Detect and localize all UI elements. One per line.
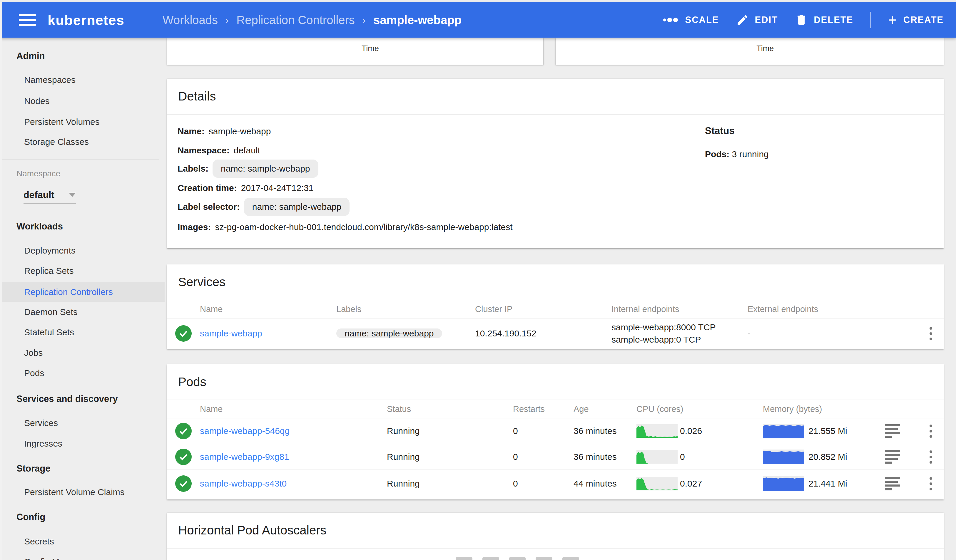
more-vert-icon[interactable]	[925, 325, 937, 342]
memory-sparkline	[763, 476, 804, 491]
nav-section-workloads: Workloads	[0, 218, 165, 235]
pod-memory-value: 21.441 Mi	[808, 478, 847, 489]
sidebar-item-replica-sets[interactable]: Replica Sets	[0, 263, 165, 279]
breadcrumb-workloads[interactable]: Workloads	[163, 14, 218, 27]
pod-table-row: sample-webapp-9xg81 Running 0 36 minutes…	[167, 444, 943, 470]
nav-section-config: Config	[0, 509, 165, 525]
more-vert-icon[interactable]	[925, 449, 937, 465]
status-ok-icon	[175, 449, 192, 465]
namespace-value: default	[24, 190, 54, 200]
column-header-cpu: CPU (cores)	[637, 404, 684, 414]
cpu-sparkline	[637, 424, 678, 438]
sidebar-item-persistent-volumes[interactable]: Persistent Volumes	[0, 114, 165, 130]
details-card: Details Name: sample-webapp Namespace: d…	[167, 79, 943, 248]
nav-section-services-discovery: Services and discovery	[0, 391, 165, 407]
column-header-external-endpoints: External endpoints	[748, 304, 818, 314]
pod-restarts: 0	[513, 426, 518, 436]
column-header-age: Age	[574, 404, 589, 414]
sidebar-item-namespaces[interactable]: Namespaces	[0, 72, 165, 88]
pod-age: 36 minutes	[574, 452, 617, 462]
logs-icon[interactable]	[885, 477, 900, 490]
delete-icon	[795, 14, 808, 27]
hpa-partial-header	[456, 557, 579, 560]
column-header-memory: Memory (bytes)	[763, 404, 822, 414]
services-title: Services	[178, 275, 225, 289]
sidebar-item-secrets[interactable]: Secrets	[0, 533, 165, 550]
service-table-row: sample-webapp name: sample-webapp 10.254…	[167, 318, 943, 348]
pod-table-row: sample-webapp-s43t0 Running 0 44 minutes…	[167, 470, 943, 497]
sidebar-item-stateful-sets[interactable]: Stateful Sets	[0, 324, 165, 340]
sidebar-item-persistent-volume-claims[interactable]: Persistent Volume Claims	[0, 484, 165, 500]
detail-field-images: Images: sz-pg-oam-docker-hub-001.tendclo…	[178, 219, 513, 235]
pods-table-header: Name Status Restarts Age CPU (cores) Mem…	[167, 400, 943, 418]
status-title: Status	[705, 125, 734, 136]
delete-button[interactable]: DELETE	[795, 14, 853, 27]
pod-memory-value: 20.852 Mi	[808, 452, 847, 462]
pod-name-link[interactable]: sample-webapp-546qg	[200, 426, 289, 436]
pod-status: Running	[387, 478, 420, 489]
pod-memory-value: 21.555 Mi	[808, 426, 847, 436]
create-button[interactable]: + CREATE	[888, 14, 943, 26]
pods-title: Pods	[178, 375, 206, 389]
label-chip: name: sample-webapp	[212, 160, 318, 178]
sidebar-item-config-maps[interactable]: Config Maps	[0, 554, 165, 560]
nav-section-storage: Storage	[0, 460, 165, 477]
menu-icon[interactable]	[19, 14, 36, 26]
pods-card: Pods Name Status Restarts Age CPU (cores…	[167, 364, 943, 499]
sidebar-item-pods[interactable]: Pods	[0, 365, 165, 381]
sidebar-item-deployments[interactable]: Deployments	[0, 242, 165, 259]
pod-name-link[interactable]: sample-webapp-9xg81	[200, 452, 289, 462]
cpu-sparkline	[637, 477, 678, 490]
plus-icon: +	[888, 14, 897, 26]
hpa-card: Horizontal Pod Autoscalers	[167, 513, 943, 560]
breadcrumb-replication-controllers[interactable]: Replication Controllers	[236, 14, 355, 27]
more-vert-icon[interactable]	[925, 475, 937, 492]
sidebar-divider	[0, 159, 159, 160]
scale-button[interactable]: SCALE	[663, 15, 719, 25]
cpu-sparkline	[637, 450, 678, 464]
column-header-status: Status	[387, 404, 411, 414]
sidebar-item-ingresses[interactable]: Ingresses	[0, 435, 165, 452]
sidebar-item-nodes[interactable]: Nodes	[0, 93, 165, 109]
chart-x-axis-label: Time	[756, 44, 774, 53]
namespace-select[interactable]: default	[24, 186, 76, 204]
breadcrumb-separator: ›	[362, 14, 366, 26]
detail-field-label-selector: Label selector: name: sample-webapp	[178, 199, 349, 215]
sidebar-item-jobs[interactable]: Jobs	[0, 345, 165, 361]
column-header-name: Name	[200, 304, 223, 314]
pod-cpu-value: 0.026	[680, 426, 702, 436]
main-content: Time Time Details Name: sample-webapp Na…	[165, 38, 956, 560]
window-edge-top	[0, 0, 956, 2]
sidebar-nav: Admin Namespaces Nodes Persistent Volume…	[0, 38, 165, 560]
scale-icon	[663, 16, 679, 24]
sidebar-item-daemon-sets[interactable]: Daemon Sets	[0, 304, 165, 320]
pod-status: Running	[387, 452, 420, 462]
service-name-link[interactable]: sample-webapp	[200, 328, 262, 339]
chart-x-axis-label: Time	[362, 44, 379, 53]
more-vert-icon[interactable]	[925, 423, 937, 439]
status-pods: Pods: 3 running	[705, 149, 769, 159]
pod-restarts: 0	[513, 452, 518, 462]
nav-section-admin: Admin	[0, 48, 165, 64]
details-title: Details	[178, 89, 216, 104]
services-card: Services Name Labels Cluster IP Internal…	[167, 264, 943, 349]
sidebar-item-replication-controllers[interactable]: Replication Controllers	[0, 282, 165, 302]
detail-field-name: Name: sample-webapp	[178, 123, 271, 140]
app-logo: kubernetes	[48, 12, 124, 28]
app-bar: kubernetes Workloads › Replication Contr…	[0, 2, 956, 38]
logs-icon[interactable]	[885, 424, 900, 438]
pod-age: 44 minutes	[574, 478, 617, 489]
logs-icon[interactable]	[885, 450, 900, 464]
window-edge-left	[0, 0, 2, 560]
services-table-header: Name Labels Cluster IP Internal endpoint…	[167, 300, 943, 318]
service-cluster-ip: 10.254.190.152	[475, 328, 536, 339]
sidebar-item-services[interactable]: Services	[0, 415, 165, 431]
pod-name-link[interactable]: sample-webapp-s43t0	[200, 478, 287, 489]
column-header-cluster-ip: Cluster IP	[475, 304, 513, 314]
pod-table-row: sample-webapp-546qg Running 0 36 minutes…	[167, 418, 943, 444]
edit-button[interactable]: EDIT	[736, 14, 778, 27]
edit-icon	[736, 14, 749, 27]
status-ok-icon	[175, 423, 192, 439]
service-internal-endpoints: sample-webapp:8000 TCP sample-webapp:0 T…	[612, 321, 716, 346]
sidebar-item-storage-classes[interactable]: Storage Classes	[0, 134, 165, 150]
